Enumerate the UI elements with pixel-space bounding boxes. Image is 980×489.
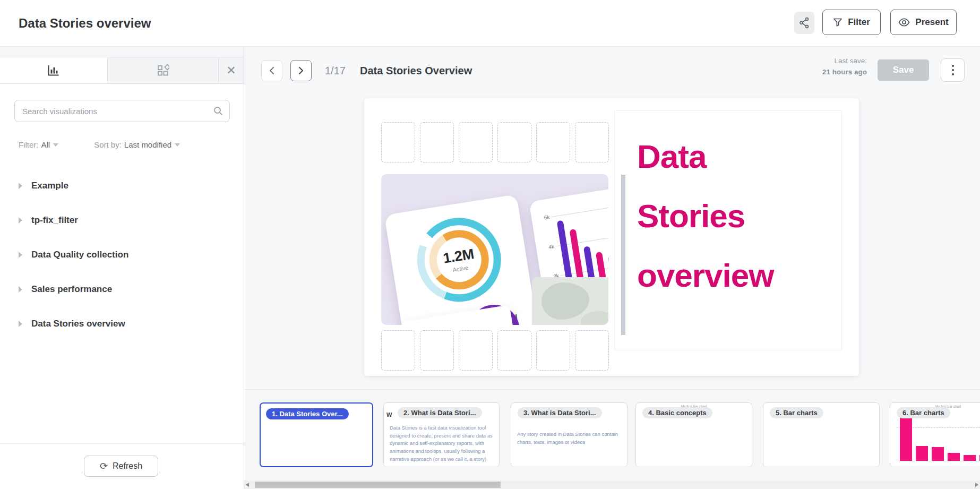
sidebar-close-button[interactable]: ✕ [219, 57, 244, 83]
chevron-right-icon [19, 321, 22, 327]
donut-chart: 1.2M Active [411, 212, 507, 308]
mini-bar [900, 417, 912, 461]
sidebar-tabbar: ✕ [0, 57, 244, 84]
chevron-left-icon [269, 66, 275, 75]
filter-dropdown[interactable]: Filter: All [19, 140, 58, 149]
slide-thumbnail-4[interactable]: My first bar chart 4. Basic concepts [635, 402, 752, 467]
tree-item-label: Sales performance [31, 284, 112, 295]
slide-thumbnail-5[interactable]: 5. Bar charts [763, 402, 880, 467]
tree-item-sales-performance[interactable]: Sales performance [0, 276, 244, 303]
y-axis-label: 6k [539, 214, 550, 221]
slide-thumbnail-1[interactable]: 1. Data Stories Over... [260, 402, 373, 467]
visualizations-sidebar: ✕ Filter: All Sort by: Last modified Exa… [0, 47, 244, 489]
thumbnail-label: 1. Data Stories Over... [266, 408, 349, 419]
last-save-value: 21 hours ago [822, 66, 867, 78]
slide-placeholder-box [381, 122, 415, 162]
thumbnail-label: 6. Bar charts [897, 407, 950, 418]
slide-placeholder-box [497, 330, 531, 371]
refresh-button[interactable]: ⟳ Refresh [84, 456, 158, 477]
thumbnail-ghost-text: W [386, 411, 392, 418]
slide-placeholder-box [497, 122, 531, 162]
save-button[interactable]: Save [878, 59, 929, 81]
tab-visualizations[interactable] [0, 57, 108, 83]
eye-icon [898, 18, 910, 27]
chevron-right-icon [19, 286, 22, 293]
slide-placeholder-box [420, 122, 454, 162]
sort-dropdown[interactable]: Sort by: Last modified [94, 140, 180, 149]
scroll-left-icon[interactable] [246, 483, 249, 487]
title-text-block: Data Stories overview [614, 110, 842, 350]
tree-item-data-stories-overview[interactable]: Data Stories overview [0, 310, 244, 338]
kpi-value: 1.2M [442, 245, 475, 267]
chevron-right-icon [19, 183, 22, 189]
tree-item-data-quality-collection[interactable]: Data Quality collection [0, 241, 244, 269]
search-input[interactable] [22, 107, 213, 116]
story-editor-main: 1/17 Data Stories Overview Last save: 21… [244, 47, 980, 489]
slide-thumbnail-6[interactable]: My first bar chart 6. Bar charts [890, 402, 980, 467]
horizontal-scrollbar[interactable] [244, 481, 980, 489]
cover-illustration: 1.2M Active Active Recovered [381, 174, 608, 325]
refresh-icon: ⟳ [100, 461, 108, 471]
filter-dropdown-label: Filter: [19, 140, 39, 149]
slide-placeholder-box [381, 330, 415, 371]
slide-placeholder-box [536, 122, 570, 162]
placeholder-row-top [381, 122, 609, 162]
bar-chart-icon [47, 65, 60, 76]
thumbnail-body-text: Data Stories is a fast data visualizatio… [390, 424, 495, 464]
chevron-down-icon [53, 143, 58, 147]
sort-dropdown-label: Sort by: [94, 140, 122, 149]
mini-bar [932, 447, 944, 461]
slide-canvas: 1.2M Active Active Recovered [364, 98, 859, 376]
chevron-down-icon [175, 143, 180, 147]
filter-dropdown-value: All [41, 140, 50, 149]
mini-bar [964, 455, 976, 461]
thumb6-mini-bars [900, 417, 980, 461]
present-button[interactable]: Present [890, 10, 957, 35]
filter-button-label: Filter [848, 17, 870, 28]
sort-dropdown-value: Last modified [124, 140, 171, 149]
slide-placeholder-box [420, 330, 454, 371]
thumbnail-label: 2. What is Data Stori... [398, 407, 482, 418]
search-box [14, 100, 230, 122]
kpi-label: Active [452, 264, 469, 273]
previous-slide-button[interactable] [261, 60, 282, 81]
kebab-icon [952, 65, 954, 67]
tab-widgets[interactable] [108, 57, 219, 83]
map-graphic [532, 277, 608, 325]
slide-placeholder-box [536, 330, 570, 371]
share-icon [799, 17, 810, 29]
tree-item-label: Data Stories overview [31, 319, 125, 329]
last-save-info: Last save: 21 hours ago [822, 55, 867, 78]
last-save-label: Last save: [822, 55, 867, 66]
filter-button[interactable]: Filter [822, 10, 881, 35]
tree-item-example[interactable]: Example [0, 172, 244, 200]
story-title: Data Stories Overview [360, 60, 472, 81]
slide-big-title: Data Stories overview [637, 127, 773, 305]
page-title: Data Stories overview [19, 16, 151, 31]
text-accent-bar [621, 175, 625, 335]
next-slide-button[interactable] [290, 60, 312, 81]
slide-placeholder-box [575, 330, 609, 371]
funnel-icon [833, 18, 843, 27]
slide-thumbnail-2[interactable]: W 2. What is Data Stori... Data Stories … [383, 402, 500, 467]
thumbnail-body-text: Any story created in Data Stories can co… [517, 431, 623, 446]
tree-item-label: tp-fix_filter [31, 215, 78, 226]
donut-kpi-card: 1.2M Active Active Recovered [384, 194, 537, 325]
chevron-right-icon [298, 66, 304, 75]
present-button-label: Present [915, 17, 948, 28]
slide-thumbnail-3[interactable]: 3. What is Data Stori... Any story creat… [511, 402, 627, 467]
thumbnail-mini-bar-chart [899, 416, 980, 461]
scrollbar-thumb[interactable] [255, 482, 501, 488]
mini-bar [916, 446, 928, 461]
share-button[interactable] [794, 12, 814, 34]
scroll-right-icon[interactable] [975, 483, 978, 487]
refresh-button-label: Refresh [113, 461, 142, 471]
thumbnail-label: 5. Bar charts [770, 407, 823, 418]
tree-item-tp-fix-filter[interactable]: tp-fix_filter [0, 207, 244, 234]
slide-placeholder-box [459, 122, 493, 162]
tree-item-label: Example [31, 181, 68, 191]
y-axis-label: 4k [543, 243, 554, 251]
more-options-button[interactable] [941, 58, 965, 82]
filter-sort-row: Filter: All Sort by: Last modified [19, 140, 231, 149]
slide-page-indicator: 1/17 [325, 60, 346, 81]
